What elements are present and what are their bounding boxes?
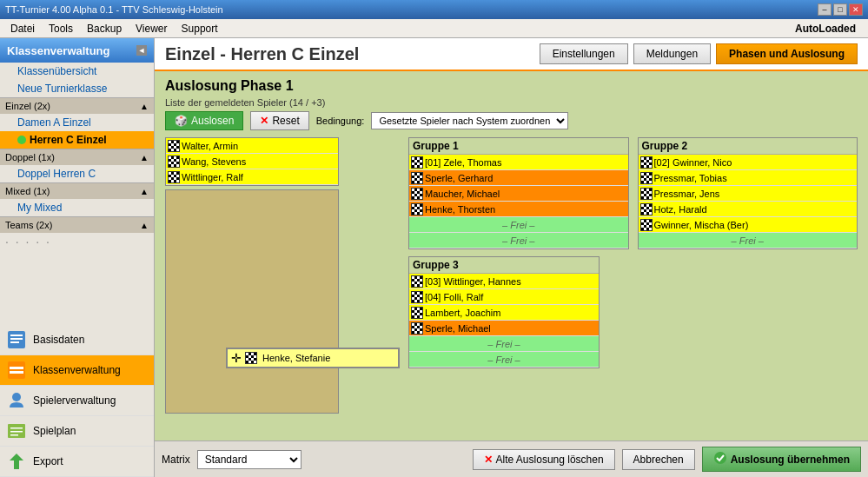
sidebar-nav-klassenverwaltung[interactable]: Klassenverwaltung [0, 355, 154, 386]
sidebar-section-einzel[interactable]: Einzel (2x) ▲ [0, 97, 154, 114]
group2-player-1[interactable]: Pressmar, Tobias [639, 170, 858, 186]
svg-rect-2 [10, 338, 23, 340]
close-button[interactable]: ✕ [849, 3, 863, 16]
content-header: Einzel - Herren C Einzel Einstellungen M… [155, 38, 868, 71]
sidebar-item-neue-turnierklasse[interactable]: Neue Turnierklasse [0, 80, 154, 97]
svg-point-12 [714, 452, 726, 464]
auslosen-label: Auslosen [191, 115, 234, 127]
auslosen-button[interactable]: 🎲 Auslosen [165, 111, 243, 130]
flag-icon [411, 307, 423, 319]
titlebar-title: TT-Turnier 4.00 Alpha 0.1 - TTV Schleswi… [5, 4, 223, 15]
group2-player-0[interactable]: [02] Gwinner, Nico [639, 155, 858, 170]
flag-icon [411, 188, 423, 200]
sidebar-nav-spielplan[interactable]: Spielplan [0, 416, 154, 447]
group1-player-0[interactable]: [01] Zele, Thomas [409, 155, 628, 170]
group-1-box: Gruppe 1 [01] Zele, Thomas Sperle, Gerha… [408, 137, 629, 249]
group3-player-2[interactable]: Lambert, Joachim [409, 305, 599, 321]
accept-auslosung-button[interactable]: Auslosung übernehmen [702, 447, 861, 472]
bottom-toolbar: Matrix Standard Round Robin ✕ Alte Auslo… [155, 441, 868, 477]
autoloaded-label: AutoLoaded [795, 23, 865, 35]
sidebar-item-doppel-herren-c[interactable]: Doppel Herren C [0, 165, 154, 182]
sidebar-item-herren-c-einzel[interactable]: Herren C Einzel [0, 131, 154, 149]
player-item[interactable]: Wittlinger, Ralf [166, 169, 338, 185]
group-1-header: Gruppe 1 [409, 138, 628, 155]
group3-player-1[interactable]: [04] Folli, Ralf [409, 289, 599, 305]
group3-player-0[interactable]: [03] Wittlinger, Hannes [409, 274, 599, 289]
group-2-header: Gruppe 2 [639, 138, 858, 155]
sidebar-item-my-mixed[interactable]: My Mixed [0, 199, 154, 216]
delete-x-icon: ✕ [484, 454, 493, 466]
klassenubersicht-label: Klassenübersicht [17, 65, 96, 77]
active-dot-icon [17, 136, 26, 144]
flag-icon [640, 219, 653, 231]
menu-datei[interactable]: Datei [3, 21, 42, 36]
doppel-arrow-icon: ▲ [140, 153, 149, 162]
teams-arrow-icon: ▲ [140, 221, 149, 230]
phasen-button[interactable]: Phasen und Auslosung [716, 43, 858, 64]
titlebar: TT-Turnier 4.00 Alpha 0.1 - TTV Schleswi… [0, 0, 868, 19]
einstellungen-button[interactable]: Einstellungen [540, 43, 628, 64]
dragging-player[interactable]: ✛ Henke, Stefanie [226, 348, 400, 368]
page-title: Einzel - Herren C Einzel [165, 44, 359, 64]
flag-icon [640, 156, 653, 169]
maximize-button[interactable]: □ [833, 3, 847, 16]
group2-player-4[interactable]: Gwinner, Mischa (Ber) [639, 217, 858, 233]
sidebar-nav-spielerverwaltung[interactable]: Spielerverwaltung [0, 386, 154, 416]
sidebar-item-damen-einzel[interactable]: Damen A Einzel [0, 114, 154, 131]
group3-player-3[interactable]: Sperle, Michael [409, 321, 599, 336]
sidebar-nav-export[interactable]: Export [0, 447, 154, 477]
accept-check-icon [713, 451, 727, 467]
reset-button[interactable]: ✕ Reset [250, 111, 308, 130]
sidebar-item-klassenubersicht[interactable]: Klassenübersicht [0, 63, 154, 80]
condition-select[interactable]: Gesetzte Spieler nach System zuordnen Ma… [371, 112, 568, 129]
group1-player-1[interactable]: Sperle, Gerhard [409, 170, 628, 186]
svg-rect-1 [10, 335, 23, 336]
player-list-empty [165, 189, 339, 414]
minimize-button[interactable]: – [818, 3, 832, 16]
player-item[interactable]: Wang, Stevens [166, 154, 338, 169]
sidebar-title: Klassenverwaltung [7, 44, 110, 57]
flag-icon [411, 322, 423, 335]
sidebar-section-mixed[interactable]: Mixed (1x) ▲ [0, 182, 154, 199]
flag-icon [411, 172, 423, 184]
group2-free-0: – Frei – [639, 233, 858, 248]
titlebar-controls[interactable]: – □ ✕ [818, 3, 863, 16]
sidebar-nav-basisdaten[interactable]: Basisdaten [0, 325, 154, 355]
group2-player-2[interactable]: Pressmar, Jens [639, 186, 858, 202]
groups-layout: Walter, Armin Wang, Stevens Wittlinger, … [165, 137, 858, 368]
group1-player-2[interactable]: Maucher, Michael [409, 186, 628, 202]
doppel-section-label: Doppel (1x) [5, 152, 55, 162]
flag-icon [640, 188, 653, 200]
sidebar-section-doppel[interactable]: Doppel (1x) ▲ [0, 149, 154, 165]
matrix-select[interactable]: Standard Round Robin [197, 450, 301, 469]
group2-player-3[interactable]: Hotz, Harald [639, 202, 858, 217]
damen-einzel-label: Damen A Einzel [17, 116, 91, 129]
header-buttons: Einstellungen Meldungen Phasen und Auslo… [540, 43, 858, 64]
sidebar-section-teams[interactable]: Teams (2x) ▲ [0, 216, 154, 233]
menu-backup[interactable]: Backup [80, 21, 129, 36]
flag-icon [411, 156, 423, 169]
player-item[interactable]: Walter, Armin [166, 138, 338, 154]
group1-player-3[interactable]: Henke, Thorsten [409, 202, 628, 217]
menu-viewer[interactable]: Viewer [129, 21, 174, 36]
abbrechen-button[interactable]: Abbrechen [622, 449, 695, 470]
reset-label: Reset [272, 115, 299, 127]
menu-tools[interactable]: Tools [42, 21, 80, 36]
group-3-box: Gruppe 3 [03] Wittlinger, Hannes [04] Fo… [408, 256, 600, 368]
menubar: Datei Tools Backup Viewer Support AutoLo… [0, 19, 868, 38]
sidebar-collapse-btn[interactable]: ◄ [136, 45, 147, 56]
drag-player-name: Henke, Stefanie [262, 353, 330, 363]
svg-rect-4 [8, 361, 25, 379]
herren-c-einzel-label: Herren C Einzel [30, 134, 107, 146]
move-cursor-icon: ✛ [231, 351, 242, 365]
svg-point-7 [12, 393, 21, 401]
groups-bottom-row: Gruppe 3 [03] Wittlinger, Hannes [04] Fo… [408, 256, 858, 368]
delete-auslosung-button[interactable]: ✕ Alte Auslosung löschen [473, 449, 615, 470]
meldungen-button[interactable]: Meldungen [633, 43, 711, 64]
group3-free-0: – Frei – [409, 336, 599, 352]
auslosen-icon: 🎲 [175, 115, 188, 127]
menu-support[interactable]: Support [175, 21, 225, 36]
klassenverwaltung-icon [5, 359, 28, 381]
doppel-herren-c-label: Doppel Herren C [17, 168, 96, 180]
svg-rect-3 [10, 341, 19, 343]
